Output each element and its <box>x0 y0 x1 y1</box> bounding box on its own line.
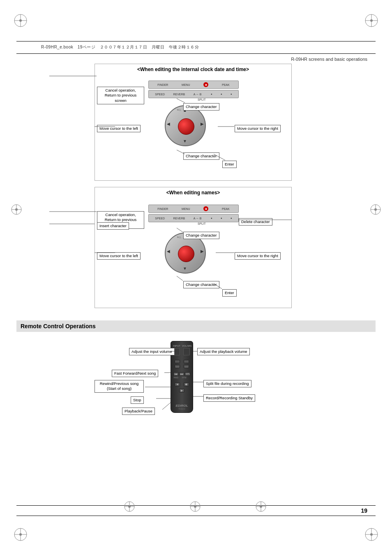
device-second-row-1: SPEED REVERB A ↔ B ● ● ● <box>148 90 239 98</box>
label-move-right-1: Move cursor to the right <box>235 125 281 132</box>
page-number: 19 <box>361 507 367 514</box>
label-delete-2: Delete character <box>239 218 272 226</box>
device-top-buttons-1: FINDER MENU ■ PEAK <box>148 81 239 89</box>
side-mark-right <box>369 203 382 217</box>
bottom-mark-right <box>255 500 267 514</box>
header-line-top <box>16 41 376 41</box>
section1-box: <When editing the internal clock date an… <box>95 64 292 181</box>
label-playback-volume: Adjust the playback volume <box>197 348 250 355</box>
label-enter-2: Enter <box>222 289 237 297</box>
svg-line-55 <box>162 403 171 410</box>
label-insert-2: Insert character <box>97 222 129 230</box>
label-split: Split file during recording <box>203 380 251 387</box>
split-label-1: SPLIT <box>198 98 205 101</box>
label-change-char-bottom-2: Change character <box>183 281 219 288</box>
footer-line2 <box>16 516 376 516</box>
page-subtitle: R-09HR screens and basic operations <box>291 57 367 62</box>
remote-section-header: Remote Control Operations <box>16 320 376 332</box>
header-text: R-09HR_e.book 19ページ ２００７年１２月１７日 月曜日 午後２時… <box>41 44 199 50</box>
label-change-char-top-1: Change character <box>183 103 219 111</box>
header-line-bottom <box>16 53 376 54</box>
section1-title: <When editing the internal clock date an… <box>95 64 291 74</box>
side-mark-left <box>10 203 23 217</box>
bottom-mark-left <box>123 500 136 514</box>
label-move-left-1: Move cursor to the left <box>97 125 141 132</box>
label-fast-forward: Fast Forward/Next song <box>112 370 158 377</box>
label-stop: Stop <box>131 396 144 404</box>
label-change-char-bottom-1: Change character <box>183 152 219 160</box>
corner-mark-tl <box>12 12 29 29</box>
corner-mark-tr <box>363 12 380 29</box>
corner-mark-bl <box>12 526 29 543</box>
label-record: Record/Recording Standby <box>203 394 255 402</box>
label-rewind: Rewind/Previous song(Start of song) <box>95 380 144 393</box>
section2-title: <When editing names> <box>95 187 291 197</box>
device-second-row-2: SPEED REVERB A ↔ B ● ● ● <box>148 214 239 222</box>
device-top-buttons-2: FINDER MENU ■ PEAK <box>148 205 239 213</box>
split-label-2: SPLIT <box>198 222 205 225</box>
label-input-volume: Adjust the input volume <box>129 348 175 355</box>
section2-box: <When editing names> FINDER MENU ■ PEAK … <box>95 187 292 308</box>
label-cancel-1: Cancel operation, Return to previous scr… <box>97 87 144 104</box>
bottom-mark-center <box>189 500 201 514</box>
label-enter-1: Enter <box>222 161 237 168</box>
remote-section-title: Remote Control Operations <box>21 323 96 329</box>
corner-mark-br <box>363 526 380 543</box>
label-move-left-2: Move cursor to the left <box>97 252 141 260</box>
label-playback: Playback/Pause <box>122 408 155 415</box>
label-move-right-2: Move cursor to the right <box>235 252 281 260</box>
label-change-char-top-2: Change character <box>183 232 219 239</box>
